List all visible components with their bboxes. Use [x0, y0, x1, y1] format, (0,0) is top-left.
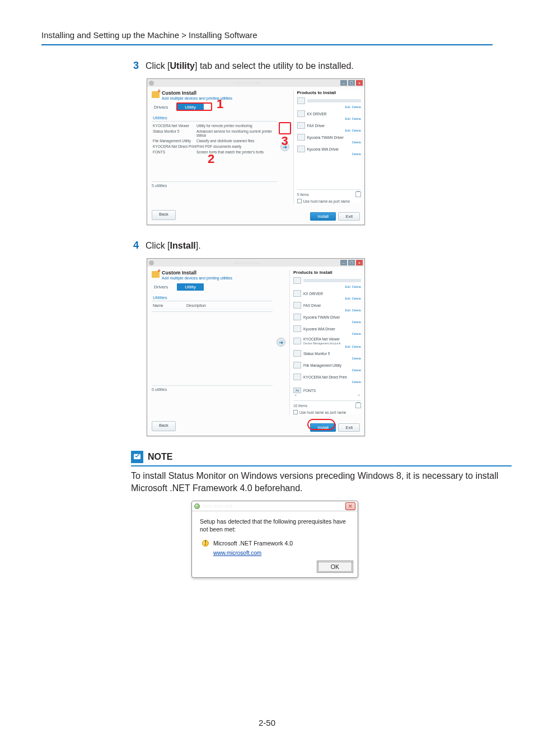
installer-window: :::::::: :::::::: :::::: – ▢ × Custom In… — [147, 258, 365, 436]
utility-name: File Management Utility — [153, 139, 196, 143]
product-row[interactable]: KYOCERA Net ViewerDevice Management,Acco… — [293, 337, 361, 345]
driver-label: FAX Driver — [307, 124, 361, 128]
window-titlebar: :::::::: :::::::: :::::: – ▢ × — [147, 259, 364, 267]
driver-row[interactable]: Kyocera WIA Driver — [293, 325, 361, 332]
edit-delete-links[interactable]: Edit Delete — [293, 297, 361, 300]
delete-link[interactable]: Delete — [293, 368, 361, 372]
warning-icon — [202, 540, 209, 547]
tab-drivers[interactable]: Drivers — [153, 283, 169, 291]
t: ] tab and select the utility to be insta… — [195, 61, 354, 71]
driver-label: Kyocera TWAIN Driver — [307, 136, 361, 139]
product-row[interactable]: File Management Utility — [293, 362, 361, 368]
scroll-hint[interactable]: <> — [293, 393, 361, 397]
driver-row[interactable]: Kyocera WIA Driver — [297, 146, 361, 152]
prereq-dialog-wrap: :::::::: :::::::: :::::: ✕ Setup has det… — [191, 501, 512, 578]
step-number: 4 — [131, 240, 139, 251]
use-host-name-checkbox[interactable]: Use host name as port name — [293, 410, 361, 414]
gear-icon — [149, 260, 154, 265]
delete-link[interactable]: Delete — [293, 357, 361, 360]
delete-link[interactable]: Delete — [297, 152, 361, 156]
driver-icon — [293, 290, 301, 297]
utility-row[interactable]: KYOCERA Net Direct PrintPrint PDF docume… — [152, 143, 277, 149]
utility-row[interactable]: KYOCERA Net ViewerUtility for remote pri… — [152, 123, 277, 128]
install-button[interactable]: Install — [310, 212, 336, 221]
left-subtitle: Add multiple devices and printing utilit… — [162, 276, 232, 280]
checkbox-icon[interactable] — [293, 410, 298, 414]
delete-link[interactable]: Delete — [293, 320, 361, 324]
close-icon[interactable]: × — [356, 80, 363, 86]
window-controls[interactable]: – ▢ × — [340, 260, 363, 265]
minimize-icon[interactable]: – — [340, 80, 347, 86]
transfer-column: ➜ 3 — [280, 90, 290, 203]
fonts-icon: Aa — [293, 388, 301, 393]
driver-row[interactable]: FAX Driver — [297, 122, 361, 129]
left-title: Custom Install — [162, 90, 232, 96]
use-host-name-checkbox[interactable]: Use host name as port name — [297, 199, 361, 203]
driver-row[interactable]: KX DRIVER — [293, 290, 361, 297]
utility-count: 5 utilities — [152, 181, 277, 188]
content-column: 3 Click [Utility] tab and select the uti… — [131, 60, 512, 578]
items-count: 10 Items — [293, 404, 307, 408]
dialog-body: Setup has detected that the following pr… — [192, 511, 358, 562]
product-row[interactable]: KYOCERA Net Direct Print — [293, 374, 361, 380]
driver-icon — [293, 325, 301, 332]
delete-link[interactable]: Delete — [293, 332, 361, 335]
delete-link[interactable]: Delete — [297, 141, 361, 144]
t-bold: Utility — [170, 61, 195, 71]
utility-row[interactable]: File Management UtilityClassify and dist… — [152, 138, 277, 143]
edit-delete-links[interactable]: Edit Delete — [293, 285, 361, 288]
breadcrumb: Installing and Setting up the Machine > … — [41, 30, 493, 40]
edit-delete-links[interactable]: Edit Delete — [293, 309, 361, 312]
product-row[interactable]: AaFONTS — [293, 386, 361, 393]
device-row — [297, 97, 361, 104]
edit-delete-links[interactable]: Edit Delete — [297, 117, 361, 120]
product-label: File Management Utility — [303, 363, 361, 367]
utility-name: KYOCERA Net Viewer — [153, 124, 196, 128]
tab-utility[interactable]: Utility — [177, 283, 204, 291]
install-button[interactable]: Install — [310, 423, 336, 432]
prereq-name: Microsoft .NET Framework 4.0 — [213, 540, 293, 547]
close-icon[interactable]: × — [356, 260, 363, 265]
window-controls[interactable]: – ▢ × — [340, 80, 363, 86]
driver-row[interactable]: Kyocera TWAIN Driver — [293, 314, 361, 320]
driver-label: Kyocera TWAIN Driver — [303, 315, 361, 319]
driver-row[interactable]: FAX Driver — [293, 302, 361, 309]
edit-delete-links[interactable]: Edit Delete — [297, 105, 361, 109]
prereq-link[interactable]: www.microsoft.com — [213, 550, 350, 556]
window-footer: Back Install Exit — [147, 207, 364, 225]
t-bold: Install — [170, 241, 196, 250]
product-row[interactable]: Status Monitor 5 — [293, 350, 361, 357]
edit-delete-links[interactable]: Edit Delete — [293, 345, 361, 348]
driver-row[interactable]: KX DRIVER — [297, 110, 361, 117]
utility-name: KYOCERA Net Direct Print — [153, 144, 196, 148]
delete-link[interactable]: Delete — [293, 380, 361, 384]
edit-delete-links[interactable]: Edit Delete — [297, 129, 361, 132]
t: Click [ — [146, 61, 170, 71]
right-pane: Products to Install Edit Delete KX DRIVE… — [289, 270, 361, 414]
trash-icon[interactable] — [355, 192, 361, 197]
trash-icon[interactable] — [355, 403, 361, 408]
header-rule — [41, 44, 493, 45]
col-desc: Description — [186, 304, 206, 307]
dialog-close-icon[interactable]: ✕ — [345, 502, 355, 510]
minimize-icon[interactable]: – — [340, 260, 347, 265]
driver-row[interactable]: Kyocera TWAIN Driver — [297, 134, 361, 141]
utility-row[interactable]: Status Monitor 5Advanced service for mon… — [152, 128, 277, 138]
note-header: NOTE — [131, 451, 512, 466]
driver-icon — [293, 302, 301, 309]
maximize-icon[interactable]: ▢ — [348, 260, 355, 265]
ok-button[interactable]: OK — [318, 562, 352, 572]
utility-desc: Utility for remote printer monitoring — [196, 124, 276, 128]
exit-button[interactable]: Exit — [338, 212, 360, 221]
checkbox-icon[interactable] — [297, 199, 302, 203]
note-text: To install Status Monitor on Windows ver… — [131, 470, 512, 494]
tab-drivers[interactable]: Drivers — [153, 104, 169, 111]
tab-utility[interactable]: Utility — [177, 104, 204, 111]
column-headers: NameDescription — [152, 302, 273, 309]
maximize-icon[interactable]: ▢ — [348, 80, 355, 86]
dialog-message: Setup has detected that the following pr… — [200, 518, 350, 533]
back-button[interactable]: Back — [152, 421, 176, 431]
exit-button[interactable]: Exit — [338, 423, 360, 432]
back-button[interactable]: Back — [152, 210, 176, 220]
arrow-right-icon[interactable]: ➜ — [277, 338, 285, 347]
